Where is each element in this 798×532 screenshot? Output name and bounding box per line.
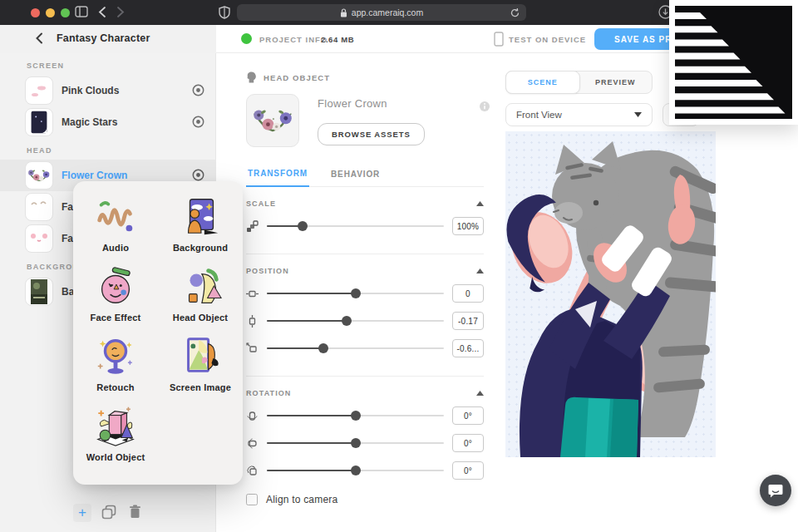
layer-label: Magic Stars [62,116,117,128]
add-layer-button[interactable]: + [73,504,91,522]
asset-name: Flower Crown [318,97,425,110]
rotation-x-axis-icon [246,410,259,422]
duplicate-icon [101,505,116,520]
slider-knob[interactable] [351,438,361,448]
screen-image-icon [178,334,223,379]
rotation-x-value[interactable]: 0° [452,406,484,425]
position-x-slider[interactable] [267,288,444,299]
flower-crown-thumb-icon [27,163,52,188]
privacy-shield-icon[interactable] [219,6,230,19]
position-x-value[interactable]: 0 [452,284,484,303]
visibility-eye-icon[interactable] [191,168,205,182]
collapse-chevron-icon[interactable] [476,201,484,206]
trash-icon [129,505,141,519]
visibility-eye-icon[interactable] [191,83,205,97]
slider-knob[interactable] [318,343,328,353]
tab-transform[interactable]: TRANSFORM [246,164,309,187]
phone-icon [494,32,504,47]
rotation-x-slider[interactable] [267,410,444,421]
view-dropdown-value: Front View [516,110,562,120]
test-on-device-button[interactable]: TEST ON DEVICE [509,35,586,44]
layer-thumbnail [25,161,53,190]
zoom-window-button[interactable] [61,8,70,17]
section-label-screen: SCREEN [0,53,215,75]
popup-item-label: World Object [86,452,145,462]
inspector-section-label: HEAD OBJECT [264,73,330,82]
audio-squiggle-icon [93,195,138,239]
visibility-eye-icon[interactable] [191,115,205,129]
project-back-icon[interactable] [33,32,47,45]
forward-icon[interactable] [116,6,125,18]
flower-crown-image [251,105,294,136]
popup-item-world-object[interactable]: World Object [73,401,158,470]
inspector-tabs: TRANSFORM BEHAVIOR [246,164,484,187]
browse-assets-button[interactable]: BROWSE ASSETS [318,123,425,145]
rotation-y-slider[interactable] [267,437,444,449]
lock-icon [340,8,347,17]
rotation-z-axis-icon [246,465,259,477]
slider-knob[interactable] [351,411,361,421]
layer-row-magic-stars[interactable]: Magic Stars [0,106,215,138]
rotation-y-value[interactable]: 0° [452,434,484,452]
layer-thumbnail [25,76,53,105]
tab-scene[interactable]: SCENE [505,71,580,94]
popup-item-audio[interactable]: Audio [73,191,158,261]
scale-value[interactable]: 100% [452,217,484,235]
rotation-z-value[interactable]: 0° [452,461,484,480]
layer-row-pink-clouds[interactable]: Pink Clouds [0,75,215,106]
rotation-y-axis-icon [246,437,259,450]
world-object-icon [93,404,138,449]
url-text: app.cameraiq.com [352,7,423,17]
popup-item-head-object[interactable]: Head Object [158,261,243,331]
project-title: Fantasy Character [57,32,150,44]
asset-thumbnail[interactable] [246,94,299,147]
sidebar-toggle-icon[interactable] [75,6,88,17]
delete-layer-button[interactable] [126,505,143,521]
layer-thumbnail [25,193,53,221]
slider-knob[interactable] [298,221,308,231]
section-label-head: HEAD [0,138,215,160]
popup-item-label: Audio [102,243,129,253]
popup-item-retouch[interactable]: Retouch [73,331,158,401]
popup-item-label: Retouch [96,382,134,392]
duplicate-layer-button[interactable] [101,505,117,521]
align-to-camera-checkbox[interactable] [246,494,258,505]
head-silhouette-icon [246,71,257,83]
scene-preview-toggle: SCENE PREVIEW [505,71,653,94]
popup-item-screen-image[interactable]: Screen Image [158,331,243,401]
position-y-slider[interactable] [267,315,444,327]
view-dropdown[interactable]: Front View [505,103,653,126]
tab-preview[interactable]: PREVIEW [579,71,653,93]
layer-thumbnail [25,278,53,306]
project-info-label[interactable]: PROJECT INFO [259,35,328,44]
scale-slider[interactable] [267,220,444,232]
tab-behavior[interactable]: BEHAVIOR [329,164,382,186]
magic-stars-thumb-icon [26,108,52,136]
slider-knob[interactable] [351,466,361,475]
popup-item-label: Screen Image [170,382,231,392]
position-y-value[interactable]: -0.17 [452,312,484,330]
close-window-button[interactable] [31,8,40,17]
project-status-dot [241,33,252,44]
help-chat-button[interactable] [760,475,791,506]
slider-knob[interactable] [342,316,352,326]
refresh-icon[interactable] [510,7,520,18]
position-y-axis-icon [246,315,259,328]
minimize-window-button[interactable] [46,8,55,17]
collapse-chevron-icon[interactable] [476,391,484,396]
url-bar[interactable]: app.cameraiq.com [237,4,526,21]
rotation-z-slider[interactable] [267,465,444,476]
slider-knob[interactable] [351,288,361,298]
layer-thumbnail [25,108,53,136]
popup-item-face-effect[interactable]: Face Effect [73,261,158,331]
popup-item-background[interactable]: Background [158,191,243,261]
scene-viewport[interactable] [505,131,716,457]
collapse-chevron-icon[interactable] [476,268,484,273]
back-icon[interactable] [98,6,106,18]
info-icon[interactable] [479,101,490,112]
position-z-value[interactable]: -0.6... [452,339,484,357]
position-z-slider[interactable] [267,342,444,354]
layer-tools: + [0,504,216,522]
striped-logo-image [675,6,792,119]
project-header: Fantasy Character [0,25,216,53]
